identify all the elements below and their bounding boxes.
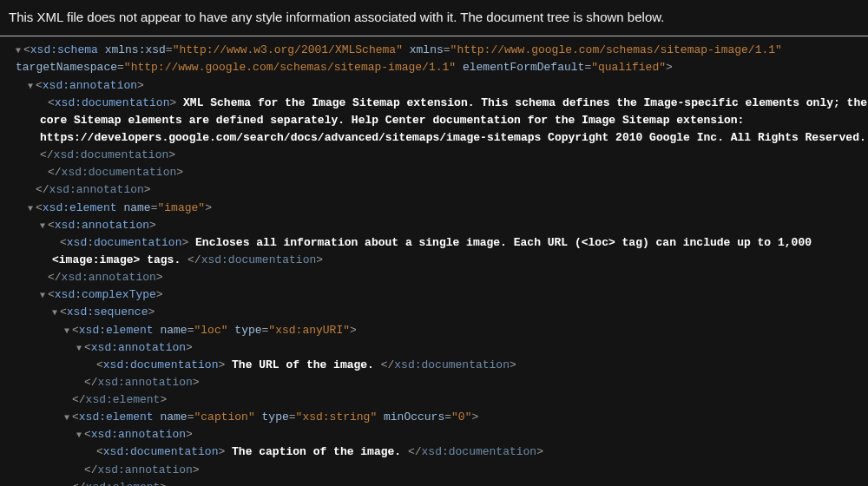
collapse-toggle-icon[interactable] (40, 217, 48, 234)
element-close: </xsd:element> (3, 479, 868, 486)
collapse-toggle-icon[interactable] (76, 426, 84, 443)
annotation-open: <xsd:annotation> (3, 426, 868, 443)
annotation-open: <xsd:annotation> (3, 217, 868, 234)
complextype-open: <xsd:complexType> (3, 286, 868, 304)
sequence-open: <xsd:sequence> (3, 304, 868, 321)
collapse-toggle-icon[interactable] (28, 77, 36, 95)
collapse-toggle-icon[interactable] (52, 304, 60, 321)
collapse-toggle-icon[interactable] (28, 200, 36, 217)
annotation-close: </xsd:annotation> (3, 269, 868, 286)
documentation-line: <xsd:documentation> XML Schema for the I… (3, 95, 868, 165)
collapse-toggle-icon[interactable] (76, 339, 84, 357)
element-open: <xsd:element name="caption" type="xsd:st… (3, 409, 868, 426)
element-image-open: <xsd:element name="image"> (3, 200, 868, 217)
annotation-open: <xsd:annotation> (3, 77, 868, 95)
documentation-close: </xsd:documentation> (3, 164, 868, 181)
documentation-line: <xsd:documentation> Encloses all informa… (3, 234, 868, 269)
documentation-line: <xsd:documentation> The caption of the i… (3, 443, 868, 461)
schema-open: <xsd:schema xmlns:xsd="http://www.w3.org… (3, 42, 868, 76)
collapse-toggle-icon[interactable] (64, 409, 72, 426)
collapse-toggle-icon[interactable] (16, 42, 23, 59)
documentation-line: <xsd:documentation> The URL of the image… (3, 357, 868, 374)
collapse-toggle-icon[interactable] (64, 322, 72, 339)
annotation-close: </xsd:annotation> (3, 181, 868, 199)
annotation-open: <xsd:annotation> (3, 339, 868, 357)
xml-no-style-notice: This XML file does not appear to have an… (0, 0, 868, 36)
annotation-close: </xsd:annotation> (3, 374, 868, 391)
collapse-toggle-icon[interactable] (40, 286, 48, 304)
annotation-close: </xsd:annotation> (3, 462, 868, 479)
element-close: </xsd:element> (3, 391, 868, 409)
xml-tree: <xsd:schema xmlns:xsd="http://www.w3.org… (0, 36, 868, 486)
element-open: <xsd:element name="loc" type="xsd:anyURI… (3, 322, 868, 339)
